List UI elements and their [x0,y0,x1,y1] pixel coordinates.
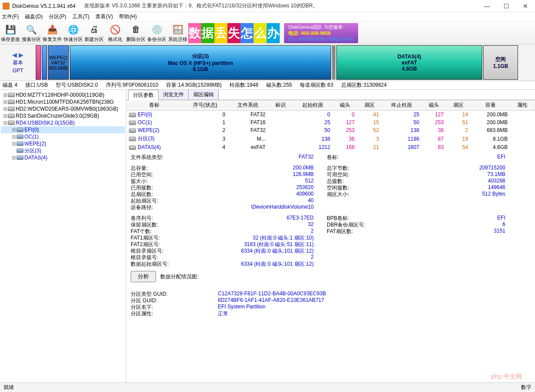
toolbar-备份分区[interactable]: 💿备份分区 [146,22,167,44]
tree-item[interactable]: ⊞DATAS(4) [1,154,125,161]
mac-fs: Mac OS X (HFS+) partition [168,60,233,66]
tree-expander-icon[interactable]: ⊞ [3,106,8,112]
恢复文件-label: 恢复文件 [43,36,62,43]
tab-扇区编辑[interactable]: 扇区编辑 [188,90,219,100]
cell: 41 [357,111,382,119]
banner-char-3: 失 [227,23,240,43]
tree-expander-icon[interactable]: ⊞ [3,92,8,98]
col-起始柱面[interactable]: 起始柱面 [293,100,333,111]
table-row[interactable]: OC(1)1FAT1625127155025351200.0MB [126,118,535,126]
cell-name[interactable]: DATAS(4) [126,143,183,151]
mac-size: 8.1GB [193,66,208,72]
cell-name[interactable]: 分区(3) [126,134,183,143]
tree-item[interactable]: ⊞EFI(0) [1,126,125,133]
tab-分区参数[interactable]: 分区参数 [128,90,159,100]
保存更改-label: 保存更改 [1,36,20,43]
ad-banner[interactable]: 数据丢失怎么办 DiskGenius团队 为您服务: 电话: 400-008-9… [188,22,535,44]
toolbar-格式化[interactable]: 🚫格式化 [105,22,125,44]
cell: 127 [422,111,446,119]
col-磁头[interactable]: 磁头 [422,100,446,111]
toolbar-系统迁移[interactable]: 🪟系统迁移 [167,22,188,44]
tree-expander-icon[interactable]: ⊞ [11,155,17,161]
toolbar-新建分区[interactable]: 🖨新建分区 [84,22,105,44]
update-text: 发现新版本 V5.3.0.1066 主要更新内容如下：9、格式化FAT12/16… [84,2,318,10]
col-属性[interactable]: 属性 [510,100,535,111]
tree-item[interactable]: ⊞HD0:MZ7TY128HDHP-00000(119GB) [1,91,125,98]
cell: 25 [293,118,333,126]
tree-item[interactable]: ⊞HD2:WDCWD20EARS-00MVWB0(1863GB) [1,105,125,112]
col-扇区[interactable]: 扇区 [357,100,382,111]
info-item: 磁盘 4 [3,81,17,89]
toolbar-保存更改[interactable]: 💾保存更改 [0,22,21,44]
toolbar-删除分区[interactable]: 🗑删除分区 [125,22,146,44]
cell-name[interactable]: WEPE(2) [126,126,183,134]
info-item: 接口:USB [25,81,48,89]
col-卷标[interactable]: 卷标 [126,100,183,111]
cell: 50 [382,118,422,126]
cell: 19 [446,134,471,143]
tree-item[interactable]: ⊞WEPE(2) [1,140,125,147]
tree-item[interactable]: 分区(3) [1,147,125,154]
toolbar-恢复文件[interactable]: 📥恢复文件 [42,22,63,44]
col-扇区[interactable]: 扇区 [446,100,471,111]
table-row[interactable]: EFI(0)0FAT3200412512714200.0MB [126,111,535,119]
toolbar-搜索分区[interactable]: 🔍搜索分区 [21,22,42,44]
analyze-button[interactable]: 分析 [131,271,156,282]
tree-item[interactable]: ⊞OC(1) [1,133,125,140]
nav-arrows[interactable]: ◀ ▶ [12,51,24,58]
partition-bar-oc[interactable] [42,45,47,80]
disk-icon [8,113,15,119]
tree-expander-icon[interactable]: ⊞ [11,141,17,147]
table-row[interactable]: 分区(3)3M...138363119687198.1GB [126,134,535,143]
cell-name[interactable]: EFI(0) [126,111,183,119]
col-文件系统[interactable]: 文件系统 [228,100,268,111]
tree-item[interactable]: ⊞RD4:USBDISK2.0(15GB) [1,119,125,126]
info-item: 容量:14.9GB(15288MB) [166,81,221,89]
cell [510,126,535,134]
menu-文件(F)[interactable]: 文件(F) [2,13,19,20]
partition-bar-datas[interactable]: DATAS(4) exFAT 4.6GB [336,45,482,80]
备份分区-label: 备份分区 [147,36,166,43]
col-容量[interactable]: 容量 [471,100,510,111]
detail-tabs: 分区参数浏览文件扇区编辑 [126,90,535,100]
tree-expander-icon[interactable]: ⊞ [3,99,8,105]
minimize-button[interactable]: — [477,0,497,12]
partition-bar-mac[interactable]: 分区(3) Mac OS X (HFS+) partition 8.1GB [70,45,331,80]
cell [510,111,535,119]
menu-分区(P)[interactable]: 分区(P) [49,13,66,20]
partition-bar-free[interactable]: 空闲 1.1GB [483,45,518,80]
menu-查看(V)[interactable]: 查看(V) [95,13,113,20]
disk-icon [8,120,15,126]
tab-浏览文件[interactable]: 浏览文件 [158,90,189,100]
tree-label: WEPE(2) [24,141,46,147]
close-button[interactable]: ✕ [516,0,535,12]
col-序号(状态)[interactable]: 序号(状态) [183,100,228,111]
datas-name: DATAS(4) [397,54,421,60]
tree-label: HD0:MZ7TY128HDHP-00000(119GB) [16,92,104,98]
disk-tree[interactable]: ⊞HD0:MZ7TY128HDHP-00000(119GB)⊞HD1:Micro… [0,90,126,382]
table-row[interactable]: WEPE(2)2FAT325025352138362683.6MB [126,126,535,134]
删除分区-icon: 🗑 [130,24,142,36]
col-标识[interactable]: 标识 [268,100,292,111]
banner-char-1: 据 [201,23,214,43]
menu-工具(T)[interactable]: 工具(T) [72,13,89,20]
menu-帮助(H)[interactable]: 帮助(H) [119,13,137,20]
col-磁头[interactable]: 磁头 [333,100,357,111]
menu-磁盘(D)[interactable]: 磁盘(D) [25,13,43,20]
tree-expander-icon[interactable]: ⊞ [3,120,8,126]
toolbar-快速分区[interactable]: 🌐快速分区 [63,22,84,44]
maximize-button[interactable]: ☐ [497,0,516,12]
cell-name[interactable]: OC(1) [126,118,183,126]
table-row[interactable]: DATAS(4)4exFAT121216821180783544.6GB [126,143,535,151]
tree-expander-icon[interactable]: ⊞ [11,127,17,133]
partition-bar-efi[interactable] [36,45,41,80]
tree-expander-icon[interactable]: ⊞ [3,113,8,119]
col-终止柱面[interactable]: 终止柱面 [382,100,422,111]
cell: 138 [293,134,333,143]
tree-expander-icon[interactable]: ⊞ [11,134,17,140]
partition-bar-wepe[interactable]: WEPE(2 FAT32 683.6MB [48,45,69,80]
cell: 138 [382,126,422,134]
tree-label: HD1:Micron1100MTFDDAK256TBN(238G [16,99,114,105]
tree-item[interactable]: ⊞HD1:Micron1100MTFDDAK256TBN(238G [1,98,125,105]
tree-item[interactable]: ⊞RD3:SanDiskCruzerGlide3.0(29GB) [1,112,125,119]
